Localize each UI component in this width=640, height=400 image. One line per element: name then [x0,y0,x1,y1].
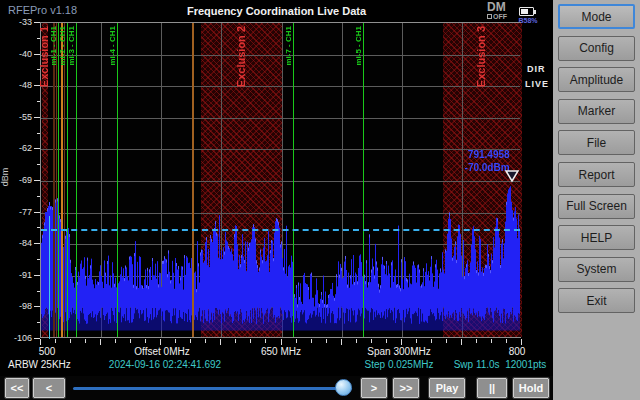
y-tick-label: -106 [4,333,32,343]
aux-frequency-line [56,23,57,337]
x-tick-mark [506,339,507,343]
sidebar-button-report[interactable]: Report [558,162,635,187]
sidebar-button-help[interactable]: HELP [558,225,635,250]
channel-marker-label: mi-4 - CH1 [108,26,117,66]
sweep-readout: Swp 11.0s 12001pts [440,359,560,370]
y-tick-label: -77 [4,207,32,217]
dm-icon-label: DM [487,2,513,12]
channel-marker-label: mi-7 - CH1 [284,26,293,66]
threshold-line [41,229,520,231]
exclusion-zone-label: Exclusion 3 [475,26,487,87]
channel-marker-line [67,23,68,337]
y-tick-mark [34,117,40,118]
x-tick-mark [100,339,101,345]
x-tick-mark [175,339,176,343]
spectrum-plot[interactable]: 791.4958 -70.0dBm Exclusion 1Exclusion 2… [40,22,521,338]
aux-frequency-line [64,23,65,337]
x-tick-mark [250,339,251,343]
sidebar: ModeConfigAmplitudeMarkerFileReportFull … [553,0,640,400]
x-tick-mark [205,339,206,343]
hold-button[interactable]: Hold [513,378,549,398]
x-tick-mark [401,339,402,345]
y-tick-minor [37,322,40,323]
x-label-end: 800 [497,346,537,357]
dm-off-label: OFF [493,13,507,20]
sidebar-button-system[interactable]: System [558,257,635,282]
x-label-center: 650 MHz [241,346,321,357]
rbw-readout: ARBW 25KHz [8,359,71,370]
transport-bar: << < > >> Play || Hold [0,376,553,400]
peak-marker-icon[interactable] [504,169,520,183]
x-tick-mark [431,339,432,343]
rewind-button[interactable]: << [5,378,29,398]
sweep-cursor [49,216,50,339]
y-tick-label: -48 [4,80,32,90]
y-tick-label: -91 [4,270,32,280]
aux-frequency-line [53,23,55,337]
sidebar-button-full-screen[interactable]: Full Screen [558,194,635,219]
battery-icon [519,7,534,16]
x-tick-mark [386,339,387,343]
sidebar-button-exit[interactable]: Exit [558,288,635,313]
x-tick-mark [85,339,86,343]
sidebar-button-file[interactable]: File [558,130,635,155]
dir-indicator: DIR [527,64,546,74]
y-tick-mark [34,22,40,23]
sidebar-button-config[interactable]: Config [558,36,635,61]
y-tick-label: -55 [4,112,32,122]
y-tick-minor [37,196,40,197]
pause-button[interactable]: || [477,378,507,398]
x-tick-mark [476,339,477,343]
marker-frequency-readout: 791.4958 [428,149,510,160]
live-indicator: LIVE [525,79,549,89]
channel-marker-line [76,23,77,337]
page-title: Frequency Coordination Live Data [0,5,553,17]
y-tick-label: -98 [4,301,32,311]
x-tick-mark [70,339,71,343]
dm-off-icon[interactable]: DM OFF [487,2,513,22]
x-tick-mark [55,339,56,343]
play-button[interactable]: Play [429,378,465,398]
spectrum-trace [41,23,520,337]
x-tick-mark [115,339,116,343]
sidebar-button-marker[interactable]: Marker [558,99,635,124]
x-tick-mark [220,339,221,345]
aux-frequency-line [61,23,63,337]
aux-frequency-line [192,23,194,337]
x-tick-mark [341,339,342,345]
sidebar-button-mode[interactable]: Mode [558,4,635,29]
x-tick-mark [130,339,131,343]
timeline-slider[interactable] [73,387,352,390]
y-tick-label: -33 [4,17,32,27]
channel-marker-line [293,23,294,337]
dm-checkbox-icon [487,14,492,19]
step-back-button[interactable]: < [33,378,65,398]
span-readout: Span 300MHz [339,346,459,357]
x-tick-mark [190,339,191,343]
x-tick-mark [521,339,522,345]
y-tick-minor [37,291,40,292]
offset-readout: Offset 0MHz [112,346,212,357]
x-tick-mark [281,339,282,345]
x-tick-mark [235,339,236,343]
fast-forward-button[interactable]: >> [393,378,419,398]
x-tick-mark [40,339,41,345]
x-tick-mark [326,339,327,343]
y-tick-minor [37,133,40,134]
y-axis-unit-label: dBm [0,168,10,187]
y-tick-mark [34,243,40,244]
x-tick-mark [356,339,357,343]
y-tick-minor [37,164,40,165]
timestamp-readout: 2024-09-16 02:24:41.692 [85,359,245,370]
y-tick-mark [34,212,40,213]
y-tick-minor [37,227,40,228]
marker-amplitude-readout: -70.0dBm [428,162,510,173]
channel-marker-line [117,23,118,337]
channel-marker-label: mi-1 - CH1 [49,26,58,66]
slider-thumb[interactable] [335,379,352,396]
y-tick-label: -84 [4,238,32,248]
y-tick-mark [34,306,40,307]
step-forward-button[interactable]: > [361,378,387,398]
y-tick-minor [37,259,40,260]
sidebar-button-amplitude[interactable]: Amplitude [558,67,635,92]
